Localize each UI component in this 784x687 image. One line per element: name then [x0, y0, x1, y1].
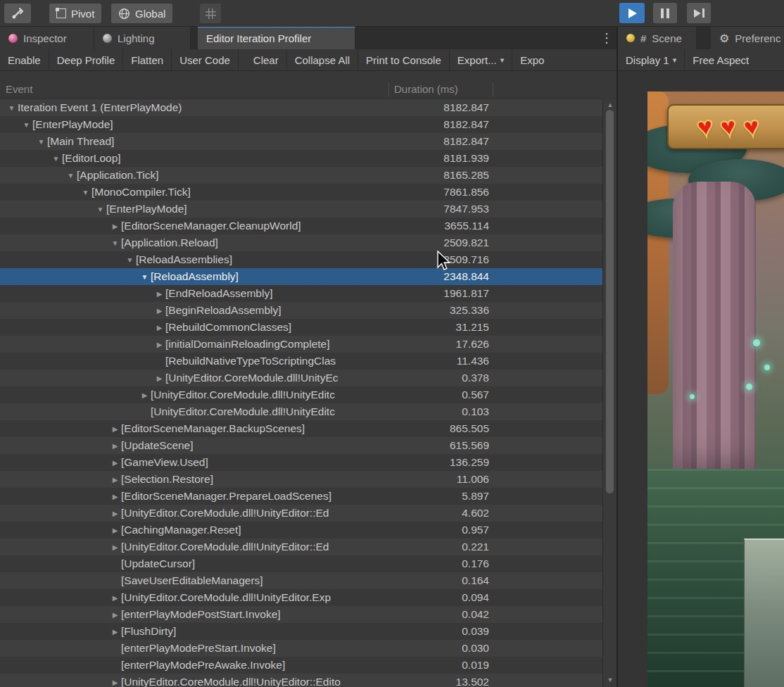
foldout-collapsed-icon[interactable]: ▶ — [139, 391, 151, 399]
step-button[interactable] — [687, 3, 711, 23]
foldout-expanded-icon[interactable]: ▼ — [124, 256, 136, 264]
pivot-toggle-button[interactable]: Pivot — [49, 4, 101, 23]
vertical-scrollbar[interactable]: ▲ ▼ — [602, 99, 617, 687]
tree-row[interactable]: ▼[MonoCompiler.Tick]7861.856 — [0, 184, 602, 201]
tree-row[interactable]: ▶[UnityEditor.CoreModule.dll!UnityEditor… — [0, 589, 602, 606]
foldout-collapsed-icon[interactable]: ▶ — [109, 425, 121, 433]
foldout-collapsed-icon[interactable]: ▶ — [109, 527, 121, 534]
tree-row[interactable]: [RebuildNativeTypeToScriptingClas11.436 — [0, 353, 602, 370]
export-dropdown[interactable]: Export... ▾ — [450, 49, 512, 70]
foldout-expanded-icon[interactable]: ▼ — [65, 172, 77, 179]
tab-lighting[interactable]: Lighting — [94, 27, 191, 49]
foldout-expanded-icon[interactable]: ▼ — [109, 239, 121, 247]
foldout-collapsed-icon[interactable]: ▶ — [109, 611, 121, 619]
aspect-dropdown[interactable]: Free Aspect — [685, 49, 757, 70]
global-toggle-button[interactable]: Global — [111, 4, 172, 23]
tree-row[interactable]: ▶[CachingManager.Reset]0.957 — [0, 522, 602, 538]
tree-row[interactable]: ▶[EditorSceneManager.PrepareLoadScenes]5… — [0, 488, 602, 505]
tab-preferences[interactable]: ⚙ Preferenc — [711, 27, 784, 49]
tree-row[interactable]: [enterPlayModePreStart.Invoke]0.030 — [0, 640, 602, 657]
foldout-collapsed-icon[interactable]: ▶ — [109, 476, 121, 484]
snap-grid-button[interactable] — [200, 4, 221, 23]
tree-row[interactable]: [UpdateCursor]0.176 — [0, 555, 602, 572]
tree-row[interactable]: ▼[EditorLoop]8181.939 — [0, 150, 602, 167]
foldout-expanded-icon[interactable]: ▼ — [6, 104, 18, 112]
tree-row[interactable]: [UnityEditor.CoreModule.dll!UnityEditc0.… — [0, 403, 602, 420]
foldout-collapsed-icon[interactable]: ▶ — [109, 543, 121, 551]
tree-row[interactable]: ▶[GameView.Used]136.259 — [0, 454, 602, 471]
foldout-collapsed-icon[interactable]: ▶ — [153, 307, 165, 315]
foldout-expanded-icon[interactable]: ▼ — [80, 189, 91, 196]
tab-scene[interactable]: # Scene — [618, 27, 697, 49]
tree-row[interactable]: ▶[initialDomainReloadingComplete]17.626 — [0, 336, 602, 353]
tree-row[interactable]: ▶[BeginReloadAssembly]325.336 — [0, 302, 602, 319]
tree-row[interactable]: ▼[Application.Reload]2509.821 — [0, 234, 602, 251]
transform-tools-button[interactable] — [4, 4, 31, 23]
tree-row[interactable]: ▶[FlushDirty]0.039 — [0, 623, 602, 640]
tree-row[interactable]: ▶[UnityEditor.CoreModule.dll!UnityEditor… — [0, 505, 602, 522]
foldout-expanded-icon[interactable]: ▼ — [50, 155, 62, 163]
foldout-collapsed-icon[interactable]: ▶ — [109, 679, 121, 686]
toolbar-button-flatten[interactable]: Flatten — [123, 49, 172, 70]
column-separator[interactable] — [388, 82, 389, 96]
scroll-up-button[interactable]: ▲ — [603, 99, 617, 111]
foldout-expanded-icon[interactable]: ▼ — [35, 138, 47, 146]
column-event[interactable]: Event — [6, 83, 32, 95]
foldout-expanded-icon[interactable]: ▼ — [20, 121, 32, 129]
foldout-collapsed-icon[interactable]: ▶ — [109, 442, 121, 450]
play-button[interactable] — [619, 3, 645, 23]
scroll-up-icon: ▲ — [607, 101, 614, 108]
tree-row[interactable]: ▶[Selection.Restore]11.006 — [0, 471, 602, 488]
tree-row[interactable]: [SaveUserEditableManagers]0.164 — [0, 572, 602, 589]
foldout-collapsed-icon[interactable]: ▶ — [109, 510, 121, 517]
tree-row[interactable]: ▼Iteration Event 1 (EnterPlayMode)8182.8… — [0, 99, 602, 116]
foldout-collapsed-icon[interactable]: ▶ — [153, 341, 165, 348]
tree-row[interactable]: ▶[enterPlayModePostStart.Invoke]0.042 — [0, 606, 602, 623]
toolbar-button-collapse-all[interactable]: Collapse All — [287, 49, 358, 70]
duration-value: 11.436 — [389, 355, 489, 367]
tree-row[interactable]: ▶[UnityEditor.CoreModule.dll!UnityEc0.37… — [0, 370, 602, 386]
pause-button[interactable] — [653, 3, 677, 23]
column-separator[interactable] — [493, 82, 493, 96]
foldout-collapsed-icon[interactable]: ▶ — [109, 628, 121, 636]
pane-menu-button[interactable]: ⋮ — [598, 27, 616, 49]
display-dropdown[interactable]: Display 1 ▾ — [618, 49, 685, 70]
toolbar-button-print-to-console[interactable]: Print to Console — [358, 49, 450, 70]
tree-row[interactable]: ▶[EditorSceneManager.BackupScenes]865.50… — [0, 420, 602, 437]
scroll-down-button[interactable]: ▼ — [603, 674, 617, 686]
tree-row[interactable]: ▶[UpdateScene]615.569 — [0, 437, 602, 454]
toolbar-button-deep-profile[interactable]: Deep Profile — [49, 49, 124, 70]
foldout-collapsed-icon[interactable]: ▶ — [153, 324, 165, 332]
tree-row[interactable]: ▶[UnityEditor.CoreModule.dll!UnityEditc0… — [0, 386, 602, 403]
tree-row[interactable]: ▼[ReloadAssembly]2348.844 — [0, 268, 602, 285]
tree-row[interactable]: ▼[ReloadAssemblies]2509.716 — [0, 251, 602, 268]
export-clipped-button[interactable]: Expo — [512, 49, 552, 70]
toolbar-button-user-code[interactable]: User Code — [172, 49, 239, 70]
foldout-collapsed-icon[interactable]: ▶ — [109, 222, 121, 230]
foldout-collapsed-icon[interactable]: ▶ — [109, 493, 121, 500]
tree-row[interactable]: ▶[EndReloadAssembly]1961.817 — [0, 285, 602, 302]
foldout-expanded-icon[interactable]: ▼ — [139, 273, 151, 281]
foldout-collapsed-icon[interactable]: ▶ — [109, 459, 121, 467]
tab-inspector[interactable]: Inspector — [0, 27, 94, 49]
tree-row[interactable]: ▶[UnityEditor.CoreModule.dll!UnityEditor… — [0, 538, 602, 555]
toolbar-button-clear[interactable]: Clear — [246, 49, 287, 70]
tree-row[interactable]: ▼[EnterPlayMode]8182.847 — [0, 116, 602, 133]
tree-row[interactable]: ▼[EnterPlayMode]7847.953 — [0, 201, 602, 218]
foldout-collapsed-icon[interactable]: ▶ — [153, 290, 165, 298]
tree-row[interactable]: ▶[RebuildCommonClasses]31.215 — [0, 319, 602, 336]
tree-row[interactable]: ▼[Main Thread]8182.847 — [0, 133, 602, 150]
foldout-collapsed-icon[interactable]: ▶ — [153, 374, 165, 382]
tree-row[interactable]: ▼[Application.Tick]8165.285 — [0, 167, 602, 184]
tree-row[interactable]: ▶[UnityEditor.CoreModule.dll!UnityEditor… — [0, 674, 602, 687]
foldout-expanded-icon[interactable]: ▼ — [94, 206, 106, 213]
tree-row[interactable]: [enterPlayModePreAwake.Invoke]0.019 — [0, 657, 602, 674]
column-duration[interactable]: Duration (ms) — [394, 83, 458, 95]
tree-row[interactable]: ▶[EditorSceneManager.CleanupWorld]3655.1… — [0, 218, 602, 234]
game-view-image[interactable]: ♥ ♥ ♥ — [647, 92, 784, 687]
toolbar-button-enable[interactable]: Enable — [0, 49, 49, 70]
duration-value: 8182.847 — [389, 135, 489, 148]
tab-editor-iteration-profiler[interactable]: Editor Iteration Profiler — [198, 27, 355, 49]
foldout-collapsed-icon[interactable]: ▶ — [109, 594, 121, 602]
scrollbar-thumb[interactable] — [606, 110, 614, 493]
